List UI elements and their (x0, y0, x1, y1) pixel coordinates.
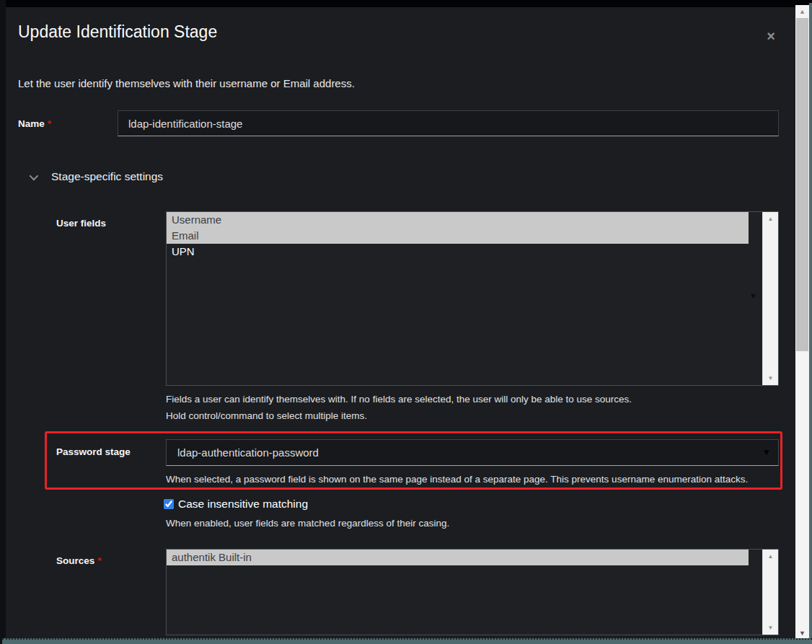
user-fields-label: User fields (56, 211, 166, 229)
listbox-option[interactable]: Username (167, 212, 749, 228)
user-fields-row: User fields UsernameEmailUPN ▼ ▲ ▼ (18, 211, 779, 386)
modal-content: Update Identification Stage Let the user… (18, 7, 779, 635)
sources-row: Sources* authentik Built-in ▲ ▼ (18, 549, 779, 635)
listbox-option[interactable]: Email (167, 228, 749, 244)
password-stage-select[interactable]: ldap-authentication-password ▼ (166, 439, 779, 466)
modal-description: Let the user identify themselves with th… (18, 76, 779, 91)
required-marker: * (97, 555, 101, 566)
listbox-option[interactable]: UPN (167, 244, 749, 260)
chevron-down-icon[interactable] (30, 171, 39, 180)
top-edge (0, 0, 812, 7)
stage-settings-group-header[interactable]: Stage-specific settings (18, 168, 779, 185)
listbox-option[interactable]: authentik Built-in (167, 550, 749, 565)
scroll-up-icon[interactable]: ▲ (795, 8, 809, 15)
user-fields-help-1: Fields a user can identify themselves wi… (166, 392, 779, 406)
name-input[interactable] (118, 110, 779, 136)
left-edge (0, 0, 6, 644)
listbox-scrollbar[interactable]: ▲ ▼ (762, 212, 778, 385)
listbox-scrollbar[interactable]: ▲ ▼ (762, 550, 778, 635)
sources-listbox[interactable]: authentik Built-in ▲ ▼ (166, 549, 779, 635)
name-field-row: Name* (18, 110, 779, 136)
right-edge (809, 3, 812, 644)
sources-label: Sources* (56, 549, 166, 566)
password-stage-value: ldap-authentication-password (177, 446, 319, 459)
scroll-up-icon[interactable]: ▲ (763, 216, 778, 222)
group-title: Stage-specific settings (51, 170, 163, 183)
name-label: Name* (18, 118, 118, 129)
scroll-down-icon[interactable]: ▼ (763, 375, 778, 381)
required-marker: * (48, 118, 51, 129)
password-stage-row: Password stage ldap-authentication-passw… (47, 439, 780, 486)
case-insensitive-row: Case insensitive matching (164, 497, 779, 511)
case-insensitive-label[interactable]: Case insensitive matching (178, 498, 308, 511)
scroll-up-icon[interactable]: ▲ (763, 553, 778, 560)
annotation-highlight: Password stage ldap-authentication-passw… (45, 431, 782, 490)
scroll-down-icon[interactable]: ▼ (795, 630, 809, 637)
case-insensitive-checkbox[interactable] (164, 499, 174, 509)
modal-title: Update Identification Stage (18, 22, 779, 42)
case-insensitive-help: When enabled, user fields are matched re… (166, 516, 779, 530)
scrollbar-thumb[interactable] (796, 18, 808, 351)
page-scrollbar[interactable]: ▲ ▼ (795, 5, 809, 639)
user-fields-help-2: Hold control/command to select multiple … (166, 409, 779, 423)
select-caret-icon: ▼ (749, 291, 757, 300)
user-fields-listbox[interactable]: UsernameEmailUPN ▼ ▲ ▼ (166, 211, 779, 386)
bottom-edge (2, 638, 812, 644)
scroll-down-icon[interactable]: ▼ (763, 625, 778, 631)
password-stage-help: When selected, a password field is shown… (166, 472, 779, 486)
select-caret-icon: ▼ (762, 440, 771, 465)
password-stage-label: Password stage (56, 439, 166, 457)
screen: × Update Identification Stage Let the us… (0, 0, 812, 644)
update-identification-stage-modal: × Update Identification Stage Let the us… (6, 7, 795, 639)
